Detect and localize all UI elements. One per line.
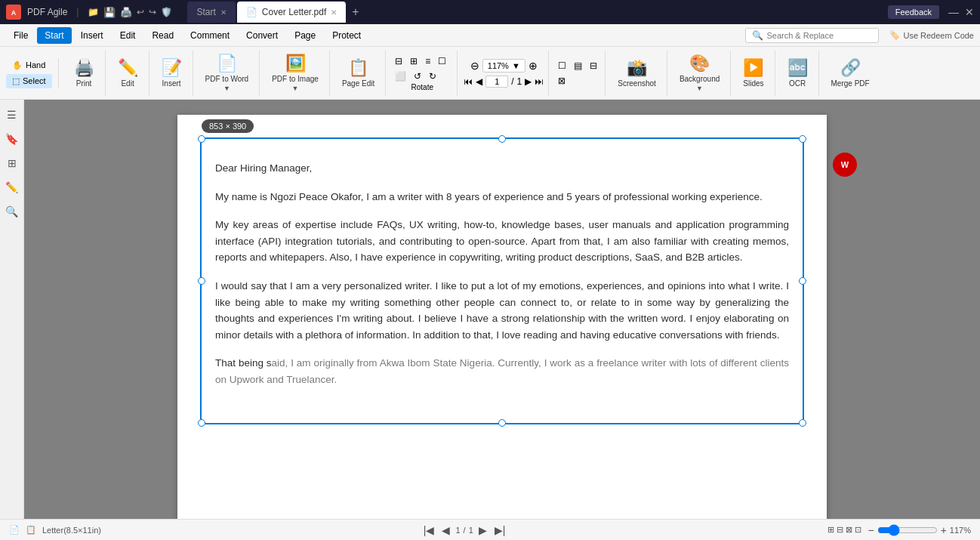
- minimize-button[interactable]: —: [948, 6, 959, 18]
- pdf-to-word-group: 📄 PDF to Word ▼: [195, 51, 260, 96]
- page-icon-1: 📄: [9, 525, 20, 535]
- main-layout: ☰ 🔖 ⊞ ✏️ 🔍 W 853 × 390 Dear H: [0, 100, 980, 519]
- insert-button[interactable]: 📝 Insert: [156, 55, 188, 91]
- resize-handle-top-left[interactable]: [198, 135, 205, 143]
- next-page-icon[interactable]: ⏭: [535, 76, 544, 87]
- redeem-icon: 🏷️: [889, 30, 900, 40]
- tab-start[interactable]: Start ✕: [187, 2, 235, 23]
- menu-convert[interactable]: Convert: [239, 27, 285, 44]
- tab-cover-close[interactable]: ✕: [331, 8, 337, 17]
- sidebar-search-icon[interactable]: 🔍: [3, 202, 21, 221]
- resize-handle-bot-right[interactable]: [799, 419, 806, 427]
- zoom-range-input[interactable]: [877, 524, 938, 536]
- fit-page-icon[interactable]: ⊟: [392, 54, 405, 68]
- add-tab-button[interactable]: +: [347, 5, 363, 19]
- zoom-out-icon[interactable]: ⊖: [470, 60, 479, 72]
- page-view-3[interactable]: ⊟: [587, 59, 600, 73]
- rotate-right-icon[interactable]: ↻: [426, 69, 439, 83]
- slides-group: ▶️ Slides: [732, 51, 775, 96]
- close-button[interactable]: ✕: [965, 6, 974, 18]
- ocr-button[interactable]: 🔤 OCR: [781, 55, 814, 91]
- resize-handle-mid-left[interactable]: [198, 277, 205, 285]
- title-bar-right: Feedback — ✕: [888, 5, 974, 19]
- tab-cover-letter[interactable]: 📄 Cover Letter.pdf ✕: [237, 2, 346, 23]
- print-group: 🖨️ Print: [63, 51, 106, 96]
- save-icon[interactable]: 💾: [103, 7, 116, 18]
- page-number-input[interactable]: [485, 76, 508, 88]
- slides-button[interactable]: ▶️ Slides: [737, 55, 769, 91]
- print-button[interactable]: 🖨️ Print: [68, 55, 100, 91]
- insert-group: 📝 Insert: [151, 51, 193, 96]
- search-bar[interactable]: 🔍: [745, 28, 879, 43]
- sidebar-bookmark-icon[interactable]: 🔖: [3, 130, 21, 148]
- print-titlebar-icon[interactable]: 🖨️: [120, 7, 132, 18]
- tab-start-label: Start: [196, 7, 215, 17]
- status-prev-page[interactable]: ◀: [439, 524, 452, 536]
- feedback-button[interactable]: Feedback: [888, 5, 939, 19]
- menu-protect[interactable]: Protect: [325, 27, 368, 44]
- zoom-plus-button[interactable]: +: [941, 524, 947, 536]
- page-view-1[interactable]: ☐: [555, 59, 569, 73]
- sidebar-thumbnail-icon[interactable]: ☰: [3, 106, 21, 124]
- search-input[interactable]: [766, 31, 872, 40]
- resize-handle-top-right[interactable]: [799, 135, 806, 143]
- resize-handle-bot-mid[interactable]: [498, 419, 506, 427]
- status-right: ⊞ ⊟ ⊠ ⊡ − + 117%: [827, 524, 971, 536]
- status-page-total: 1: [469, 526, 473, 535]
- page-nav-group: ⏮ ◀ / 1 ▶ ⏭: [464, 76, 544, 88]
- status-last-page[interactable]: ▶|: [492, 524, 508, 536]
- menu-page[interactable]: Page: [287, 27, 323, 44]
- view-icons-group: ⊟ ⊞ ≡ ☐ ⬜ ↺ ↻ Rotate: [387, 51, 458, 96]
- zoom-in-icon[interactable]: ⊕: [529, 60, 538, 72]
- sidebar-edit-icon[interactable]: ✏️: [3, 178, 21, 196]
- undo-icon[interactable]: ↩: [137, 7, 144, 17]
- status-bar: 📄 📋 Letter(8.5×11in) |◀ ◀ 1 / 1 ▶ ▶| ⊞ ⊟…: [0, 519, 980, 540]
- prev-page-icon[interactable]: ⏮: [464, 76, 473, 87]
- file-icon[interactable]: 📁: [88, 7, 99, 17]
- status-next-page[interactable]: ▶: [476, 524, 489, 536]
- merge-pdf-button[interactable]: 🔗 Merge PDF: [825, 55, 876, 91]
- page-forward-icon[interactable]: ▶: [525, 76, 532, 87]
- redeem-button[interactable]: 🏷️ Use Redeem Code: [889, 30, 974, 40]
- rotate-left-icon[interactable]: ↺: [411, 69, 424, 83]
- page-view-2[interactable]: ▤: [571, 59, 585, 73]
- sidebar-grid-icon[interactable]: ⊞: [3, 154, 21, 172]
- single-page-icon[interactable]: ☐: [435, 54, 449, 68]
- hand-button[interactable]: ✋ Hand: [6, 58, 52, 73]
- menu-read[interactable]: Read: [144, 27, 181, 44]
- menu-insert[interactable]: Insert: [73, 27, 111, 44]
- double-page-icon[interactable]: ⬜: [392, 69, 409, 83]
- menu-comment[interactable]: Comment: [183, 27, 237, 44]
- status-first-page[interactable]: |◀: [421, 524, 437, 536]
- zoom-minus-button[interactable]: −: [868, 524, 874, 536]
- resize-handle-mid-right[interactable]: [799, 277, 806, 285]
- screenshot-button[interactable]: 📸 Screenshot: [612, 55, 662, 91]
- toolbar: ✋ Hand ⬚ Select 🖨️ Print ✏️ Edit 📝 Inser…: [0, 47, 980, 100]
- redo-icon[interactable]: ↪: [149, 7, 156, 17]
- page-back-icon[interactable]: ◀: [476, 76, 482, 87]
- screenshot-group: 📸 Screenshot: [607, 51, 667, 96]
- merge-icon: 🔗: [840, 58, 861, 78]
- page-view-4[interactable]: ⊠: [555, 74, 569, 88]
- tab-start-close[interactable]: ✕: [220, 8, 227, 17]
- menu-edit[interactable]: Edit: [112, 27, 143, 44]
- page-edit-button[interactable]: 📋 Page Edit: [336, 55, 381, 91]
- select-icon: ⬚: [12, 76, 20, 86]
- fit-width-icon[interactable]: ⊞: [407, 54, 421, 68]
- title-bar: A PDF Agile | 📁 💾 🖨️ ↩ ↪ 🛡️ Start ✕ 📄 Co…: [0, 0, 980, 24]
- page-view-group: ☐ ▤ ⊟ ⊠: [550, 51, 606, 96]
- resize-handle-top-mid[interactable]: [498, 135, 506, 143]
- background-button[interactable]: 🎨 Background ▼: [673, 51, 726, 95]
- pdf-to-image-button[interactable]: 🖼️ PDF to Image ▼: [266, 51, 325, 95]
- menu-start[interactable]: Start: [37, 27, 71, 44]
- wps-logo[interactable]: W: [833, 153, 857, 177]
- edit-button[interactable]: ✏️ Edit: [112, 55, 144, 91]
- resize-handle-bot-left[interactable]: [198, 419, 205, 427]
- menu-file[interactable]: File: [6, 27, 35, 44]
- zoom-selector[interactable]: 117% ▼: [482, 59, 525, 73]
- scroll-icon[interactable]: ≡: [422, 54, 433, 68]
- pdf-to-word-button[interactable]: 📄 PDF to Word ▼: [199, 51, 255, 95]
- title-bar-left: A PDF Agile | 📁 💾 🖨️ ↩ ↪ 🛡️: [6, 5, 172, 20]
- hand-select-group: ✋ Hand ⬚ Select: [6, 58, 59, 88]
- select-button[interactable]: ⬚ Select: [6, 74, 52, 88]
